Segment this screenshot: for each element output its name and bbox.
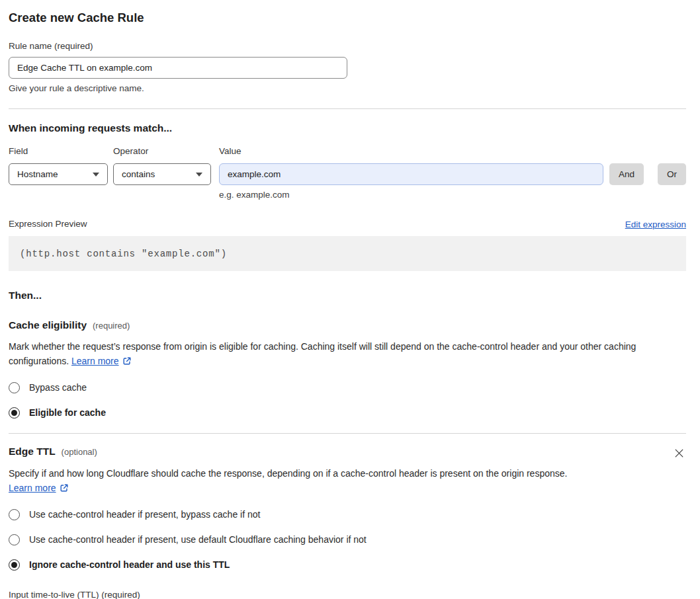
field-select[interactable]: Hostname (9, 163, 108, 185)
radio-icon (9, 382, 20, 393)
rule-name-input[interactable] (9, 57, 347, 79)
rule-name-group: Rule name (required) Give your rule a de… (9, 41, 686, 94)
close-icon (674, 448, 685, 459)
radio-icon (9, 534, 20, 545)
edge-ttl-heading: Edge TTL (9, 445, 56, 458)
radio-option-use-header-default[interactable]: Use cache-control header if present, use… (9, 534, 367, 545)
value-input[interactable] (219, 163, 603, 185)
or-column: Or (658, 146, 686, 185)
field-label: Field (9, 146, 108, 157)
expression-preview-code-block: (http.host contains "example.com") (9, 236, 686, 271)
radio-option-label: Use cache-control header if present, use… (29, 534, 367, 545)
expression-preview-label: Expression Preview (9, 219, 87, 229)
cache-eligibility-qualifier: (required) (93, 321, 130, 331)
external-link-icon (122, 356, 132, 366)
radio-option-label: Bypass cache (29, 382, 87, 393)
radio-option-use-header-bypass[interactable]: Use cache-control header if present, byp… (9, 509, 260, 520)
operator-label: Operator (113, 146, 211, 157)
external-link-icon (60, 483, 69, 493)
or-button[interactable]: Or (658, 163, 686, 185)
value-column: Value e.g. example.com (219, 146, 603, 200)
value-label: Value (219, 146, 603, 157)
match-heading: When incoming requests match... (9, 122, 686, 135)
chevron-down-icon (196, 173, 202, 177)
expression-preview-header: Expression Preview Edit expression (9, 219, 686, 229)
and-button[interactable]: And (609, 163, 644, 185)
edge-ttl-learn-more-link[interactable]: Learn more (9, 483, 56, 493)
then-heading: Then... (9, 289, 686, 302)
field-select-value: Hostname (17, 169, 58, 179)
edge-ttl-qualifier: (optional) (62, 447, 97, 457)
create-cache-rule-form: Create new Cache Rule Rule name (require… (0, 0, 700, 599)
radio-icon (9, 509, 20, 520)
edge-ttl-header: Edge TTL (optional) (9, 445, 97, 458)
cache-eligibility-heading: Cache eligibility (9, 319, 87, 332)
section-divider (9, 108, 686, 109)
operator-select-value: contains (122, 169, 155, 179)
radio-option-label: Eligible for cache (29, 407, 106, 419)
value-help: e.g. example.com (219, 190, 603, 200)
label-spacer (609, 146, 644, 163)
radio-icon-selected (9, 559, 20, 571)
page-title: Create new Cache Rule (9, 9, 686, 26)
cache-eligibility-header: Cache eligibility (required) (9, 319, 686, 332)
operator-column: Operator contains (113, 146, 211, 185)
rule-name-label: Rule name (required) (9, 41, 686, 52)
label-spacer (658, 146, 686, 163)
edge-ttl-description-text: Specify if and how long Cloudflare shoul… (9, 468, 567, 479)
radio-option-label: Ignore cache-control header and use this… (29, 559, 230, 571)
radio-option-ignore-header-use-ttl[interactable]: Ignore cache-control header and use this… (9, 559, 230, 571)
ttl-input-label: Input time-to-live (TTL) (required) (9, 590, 686, 599)
operator-select[interactable]: contains (113, 163, 211, 185)
close-edge-ttl-button[interactable] (672, 446, 686, 460)
cache-eligibility-description: Mark whether the request’s response from… (9, 340, 686, 368)
edit-expression-link[interactable]: Edit expression (625, 220, 686, 229)
radio-option-bypass-cache[interactable]: Bypass cache (9, 382, 87, 393)
chevron-down-icon (93, 173, 99, 177)
radio-option-label: Use cache-control header if present, byp… (29, 509, 260, 520)
expression-code: (http.host contains "example.com") (20, 249, 227, 259)
edge-ttl-description: Specify if and how long Cloudflare shoul… (9, 467, 568, 495)
edge-ttl-header-row: Edge TTL (optional) (9, 445, 686, 460)
and-column: And (609, 146, 644, 185)
field-column: Field Hostname (9, 146, 108, 185)
section-divider (9, 433, 686, 434)
cache-eligibility-learn-more-link[interactable]: Learn more (71, 356, 119, 366)
match-condition-row: Field Hostname Operator contains Value e… (9, 146, 686, 200)
radio-option-eligible-for-cache[interactable]: Eligible for cache (9, 407, 106, 419)
radio-icon-selected (9, 407, 20, 419)
rule-name-help: Give your rule a descriptive name. (9, 83, 686, 94)
